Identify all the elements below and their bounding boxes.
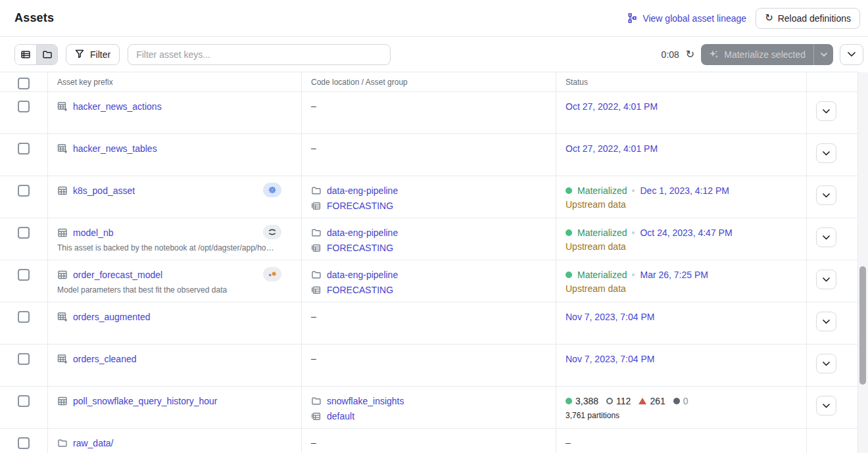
row-checkbox[interactable] <box>18 185 30 197</box>
row-expand-button[interactable] <box>816 185 836 205</box>
row-checkbox[interactable] <box>18 101 30 112</box>
asset-key-link[interactable]: order_forecast_model <box>73 270 162 280</box>
row-expand-button[interactable] <box>816 143 836 163</box>
table-row: orders_cleaned – Nov 7, 2023, 7:04 PM <box>0 345 857 387</box>
separator-dot <box>632 189 635 192</box>
materialize-selected-button[interactable]: Materialize selected <box>701 44 813 65</box>
row-checkbox[interactable] <box>18 437 30 449</box>
asset-key-link[interactable]: model_nb <box>73 227 114 238</box>
partitions-total: 3,761 partitions <box>566 411 806 420</box>
asset-description: Model parameters that best fit the obser… <box>57 285 295 295</box>
asset-key-link[interactable]: orders_augmented <box>73 312 151 322</box>
asset-group-link[interactable]: FORECASTING <box>327 243 393 253</box>
asset-key-link[interactable]: hacker_news_actions <box>73 101 162 112</box>
row-expand-button[interactable] <box>816 270 836 289</box>
more-actions-button[interactable] <box>840 44 863 65</box>
separator-dot <box>632 274 635 276</box>
list-view-icon <box>20 49 31 60</box>
code-location-link[interactable]: data-eng-pipeline <box>327 185 398 196</box>
row-checkbox[interactable] <box>18 143 30 155</box>
materialized-label: Materialized <box>577 185 627 196</box>
folder-icon <box>311 227 322 238</box>
materialized-label: Materialized <box>577 270 627 280</box>
latest-run-link[interactable]: Oct 24, 2023, 4:47 PM <box>640 227 732 238</box>
code-location-link[interactable]: data-eng-pipeline <box>327 270 398 280</box>
row-expand-button[interactable] <box>816 354 836 373</box>
dot-green-icon <box>566 229 572 236</box>
row-expand-button[interactable] <box>816 396 836 416</box>
compute-kind-badge: ☸ <box>263 183 281 197</box>
empty-value: – <box>311 311 556 322</box>
row-checkbox[interactable] <box>18 311 30 323</box>
view-global-asset-lineage-link[interactable]: View global asset lineage <box>627 13 746 24</box>
latest-run-link[interactable]: Dec 1, 2023, 4:12 PM <box>640 185 729 196</box>
reload-definitions-button[interactable]: ↻ Reload definitions <box>756 8 860 29</box>
row-expand-button[interactable] <box>816 227 836 247</box>
filter-button[interactable]: Filter <box>66 44 120 65</box>
asset-key-link[interactable]: k8s_pod_asset <box>73 185 135 196</box>
asset-group-link[interactable]: FORECASTING <box>327 285 393 295</box>
asset-key-link[interactable]: raw_data/ <box>73 438 113 448</box>
select-all-checkbox[interactable] <box>18 78 30 89</box>
jupyter-icon <box>267 227 277 237</box>
asset-group-link[interactable]: default <box>327 411 354 421</box>
toolbar-right: 0:08 ↻ Materialize selected <box>662 44 863 65</box>
latest-run-link[interactable]: Nov 7, 2023, 7:04 PM <box>566 354 654 364</box>
empty-value: – <box>311 437 556 448</box>
latest-run-link[interactable]: Mar 26, 7:25 PM <box>640 270 708 280</box>
triangle-up-red-icon <box>639 398 646 404</box>
chevron-down-icon <box>823 362 830 366</box>
dot-green-icon <box>566 187 572 194</box>
upstream-data-note: Upstream data <box>566 199 806 210</box>
asset-description: This asset is backed by the notebook at … <box>57 243 295 252</box>
scrollbar-track[interactable] <box>858 72 868 453</box>
code-location-link[interactable]: data-eng-pipeline <box>327 227 398 238</box>
table-icon <box>57 396 68 406</box>
asset-key-link[interactable]: poll_snowflake_query_history_hour <box>73 396 217 406</box>
asset-key-link[interactable]: orders_cleaned <box>73 354 137 364</box>
list-view-button[interactable] <box>15 45 36 64</box>
funnel-icon <box>75 49 85 60</box>
chevron-down-icon <box>823 151 830 156</box>
table-row: hacker_news_actions – Oct 27, 2022, 4:01… <box>0 92 857 134</box>
table-row: model_nb This asset is backed by the not… <box>0 218 857 260</box>
latest-run-link[interactable]: Oct 27, 2022, 4:01 PM <box>566 143 658 154</box>
code-location-link[interactable]: snowflake_insights <box>327 396 404 406</box>
row-checkbox[interactable] <box>18 269 30 281</box>
asset-group-link[interactable]: FORECASTING <box>327 201 393 211</box>
refresh-icon[interactable]: ↻ <box>686 49 694 60</box>
table-icon <box>57 185 68 196</box>
latest-run-link[interactable]: Nov 7, 2023, 7:04 PM <box>566 312 654 322</box>
table-row: order_forecast_model Model parameters th… <box>0 260 857 302</box>
scrollbar-thumb[interactable] <box>859 266 866 385</box>
chevron-down-icon <box>823 193 830 198</box>
upstream-data-note: Upstream data <box>566 283 806 294</box>
column-header-asset-key: Asset key prefix <box>47 72 301 91</box>
partition-count: 0 <box>673 396 688 406</box>
partition-count: 112 <box>606 396 631 406</box>
latest-run-link[interactable]: Oct 27, 2022, 4:01 PM <box>566 101 658 112</box>
asset-key-link[interactable]: hacker_news_tables <box>73 143 157 154</box>
table-body: hacker_news_actions – Oct 27, 2022, 4:01… <box>0 92 857 453</box>
page-header: Assets View global asset lineage ↻ Reloa… <box>0 0 868 37</box>
row-checkbox[interactable] <box>18 395 30 407</box>
folder-view-button[interactable] <box>36 45 57 64</box>
asset-group-icon <box>311 201 322 211</box>
filter-asset-keys-input[interactable] <box>128 44 391 65</box>
row-checkbox[interactable] <box>18 353 30 365</box>
table-plus-icon <box>57 143 68 154</box>
row-expand-button[interactable] <box>816 101 836 121</box>
empty-value: – <box>311 143 556 153</box>
circle-outline-icon <box>606 398 613 404</box>
empty-value: – <box>311 101 556 111</box>
refresh-icon: ↻ <box>765 13 773 23</box>
folder-icon <box>311 270 322 280</box>
chevron-down-icon <box>823 320 830 324</box>
table-header-row: Asset key prefix Code location / Asset g… <box>0 72 857 92</box>
row-expand-button[interactable] <box>816 312 836 331</box>
row-checkbox[interactable] <box>18 227 30 239</box>
page-title: Assets <box>14 11 54 25</box>
empty-value: – <box>566 437 806 448</box>
materialize-options-caret[interactable] <box>813 44 833 65</box>
dot-green-icon <box>566 398 572 404</box>
